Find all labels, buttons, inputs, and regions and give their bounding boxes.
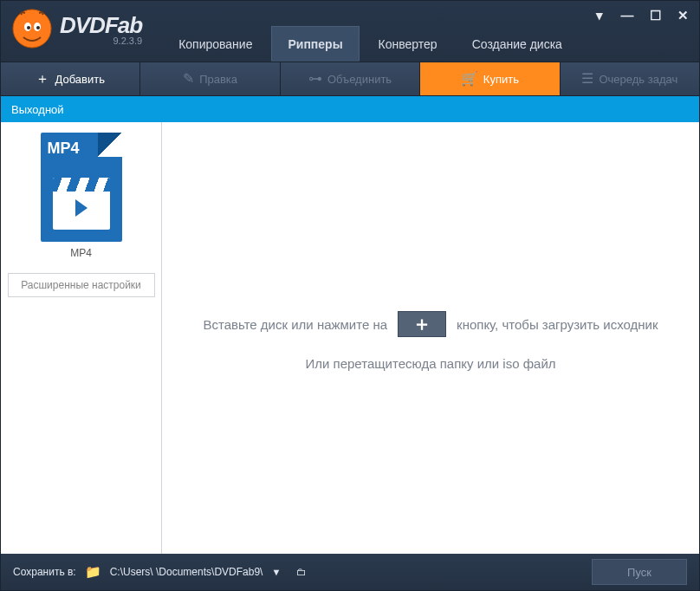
buy-button[interactable]: 🛒 Купить: [420, 62, 560, 95]
cart-icon: 🛒: [461, 72, 478, 86]
plus-icon: ＋: [36, 72, 49, 86]
output-label: Выходной: [11, 103, 64, 116]
tab-ripper[interactable]: Рипперы: [271, 26, 359, 62]
drop-hint-line1: Вставьте диск или нажмите на ＋ кнопку, ч…: [203, 311, 658, 337]
merge-icon: ⊶: [308, 72, 322, 86]
edit-label: Правка: [199, 73, 237, 86]
drop-hint-line2: Или перетащитесюда папку или iso файл: [305, 356, 555, 371]
file-mp4-icon: MP4: [41, 133, 122, 242]
dropdown-icon[interactable]: ▾: [592, 8, 607, 23]
queue-button[interactable]: ☰ Очередь задач: [561, 62, 699, 95]
edit-icon: ✎: [183, 72, 194, 86]
sidebar: MP4 MP4 Расширенные настройки: [1, 122, 162, 554]
path-dropdown-icon[interactable]: ▼: [271, 567, 281, 577]
plus-icon: ＋: [412, 311, 431, 337]
start-label: Пуск: [627, 566, 651, 579]
svg-point-5: [36, 26, 40, 29]
buy-label: Купить: [483, 73, 519, 86]
main-tabs: Копирование Рипперы Конвертер Создание д…: [161, 1, 580, 62]
minimize-icon[interactable]: —: [619, 8, 635, 23]
window-controls: ▾ — ☐ ✕: [592, 8, 690, 23]
app-name: DVDFab: [60, 12, 142, 39]
format-card[interactable]: MP4 MP4: [41, 133, 122, 266]
add-source-button[interactable]: ＋: [398, 311, 446, 337]
format-name: MP4: [70, 247, 92, 259]
hint-before: Вставьте диск или нажмите на: [203, 317, 387, 332]
queue-label: Очередь задач: [599, 73, 677, 86]
list-icon: ☰: [581, 72, 593, 86]
start-button[interactable]: Пуск: [592, 559, 687, 585]
merge-button: ⊶ Объединить: [281, 62, 420, 95]
close-icon[interactable]: ✕: [675, 8, 690, 23]
output-path-block[interactable]: C:\Users\ \Documents\DVDFab9\: [110, 566, 263, 578]
output-subheader: Выходной: [1, 96, 699, 122]
tab-copy[interactable]: Копирование: [163, 27, 268, 62]
app-window: DVDFab 9.2.3.9 Копирование Рипперы Конве…: [0, 0, 700, 591]
advanced-settings-button[interactable]: Расширенные настройки: [8, 273, 155, 297]
drop-canvas[interactable]: Вставьте диск или нажмите на ＋ кнопку, ч…: [162, 122, 699, 554]
tab-creator[interactable]: Создание диска: [457, 27, 578, 62]
folder-icon: 📁: [85, 564, 101, 580]
file-badge: MP4: [48, 140, 80, 158]
maximize-icon[interactable]: ☐: [647, 8, 663, 23]
logo-block: DVDFab 9.2.3.9: [1, 1, 152, 56]
app-logo-icon: [11, 8, 53, 49]
add-button[interactable]: ＋ Добавить: [1, 62, 140, 95]
titlebar: DVDFab 9.2.3.9 Копирование Рипперы Конве…: [1, 1, 699, 62]
tab-converter[interactable]: Конвертер: [363, 27, 453, 62]
edit-button: ✎ Правка: [140, 62, 280, 95]
hint-after: кнопку, чтобы загрузить исходник: [457, 317, 658, 332]
save-to-label: Сохранить в:: [13, 566, 76, 578]
merge-label: Объединить: [327, 73, 392, 86]
toolbar: ＋ Добавить ✎ Правка ⊶ Объединить 🛒 Купит…: [1, 62, 699, 96]
footer: Сохранить в: 📁 C:\Users\ \Documents\DVDF…: [1, 554, 699, 590]
add-label: Добавить: [55, 73, 104, 86]
output-path: C:\Users\ \Documents\DVDFab9\: [110, 566, 263, 578]
main-body: MP4 MP4 Расширенные настройки Вставьте д…: [1, 122, 699, 554]
svg-point-4: [27, 26, 30, 29]
browse-folder-icon[interactable]: 🗀: [296, 566, 307, 578]
